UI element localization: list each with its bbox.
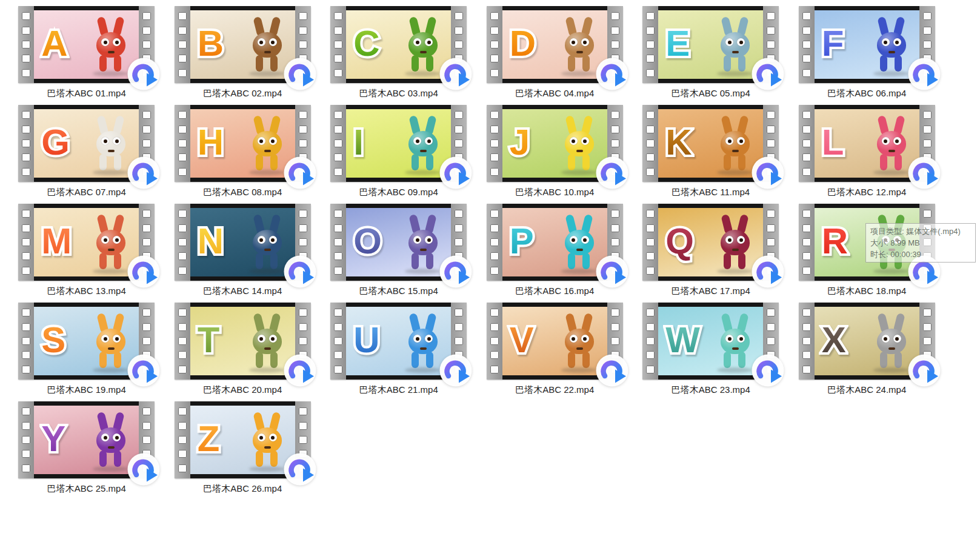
video-thumbnail[interactable]: S S xyxy=(18,303,155,380)
player-overlay-icon[interactable] xyxy=(439,57,473,91)
video-thumbnail[interactable]: D D xyxy=(487,6,623,83)
file-name[interactable]: 巴塔木ABC 13.mp4 xyxy=(47,286,126,297)
video-thumbnail[interactable]: L L xyxy=(799,105,935,182)
file-name[interactable]: 巴塔木ABC 17.mp4 xyxy=(672,286,750,297)
video-file-item[interactable]: O O 巴塔木ABC 15.mp4 xyxy=(321,204,477,303)
player-overlay-icon[interactable] xyxy=(751,353,785,387)
video-file-item[interactable]: C C 巴塔木ABC 03.mp4 xyxy=(321,6,477,105)
player-overlay-icon[interactable] xyxy=(907,57,941,91)
player-overlay-icon[interactable] xyxy=(283,255,317,289)
player-overlay-icon[interactable] xyxy=(907,156,941,190)
player-overlay-icon[interactable] xyxy=(595,353,629,387)
video-thumbnail[interactable]: V V xyxy=(487,303,623,380)
file-name[interactable]: 巴塔木ABC 22.mp4 xyxy=(515,384,594,396)
video-thumbnail[interactable]: O O xyxy=(330,204,467,281)
player-overlay-icon[interactable] xyxy=(595,57,629,91)
video-thumbnail[interactable]: A A xyxy=(18,6,155,83)
player-overlay-icon[interactable] xyxy=(439,353,473,387)
video-file-item[interactable]: F F 巴塔木ABC 06.mp4 xyxy=(789,6,945,105)
video-thumbnail[interactable]: C C xyxy=(330,6,467,83)
file-name[interactable]: 巴塔木ABC 16.mp4 xyxy=(515,286,594,297)
file-name[interactable]: 巴塔木ABC 25.mp4 xyxy=(47,483,126,495)
file-name[interactable]: 巴塔木ABC 01.mp4 xyxy=(47,88,126,99)
video-file-item[interactable]: Y Y 巴塔木ABC 25.mp4 xyxy=(8,401,165,500)
video-thumbnail[interactable]: U U xyxy=(330,303,467,380)
file-name[interactable]: 巴塔木ABC 06.mp4 xyxy=(827,88,906,99)
video-thumbnail[interactable]: B B xyxy=(175,6,311,83)
file-name[interactable]: 巴塔木ABC 21.mp4 xyxy=(359,384,438,396)
video-thumbnail[interactable]: T T xyxy=(175,303,311,380)
video-thumbnail[interactable]: M M xyxy=(18,204,155,281)
player-overlay-icon[interactable] xyxy=(751,57,785,91)
video-thumbnail[interactable]: G G xyxy=(18,105,155,182)
video-thumbnail[interactable]: Y Y xyxy=(18,401,155,478)
video-thumbnail[interactable]: X X xyxy=(799,303,935,380)
file-name[interactable]: 巴塔木ABC 14.mp4 xyxy=(203,286,282,297)
video-thumbnail[interactable]: Z Z xyxy=(175,401,311,478)
file-name[interactable]: 巴塔木ABC 10.mp4 xyxy=(515,187,594,198)
file-name[interactable]: 巴塔木ABC 24.mp4 xyxy=(827,384,906,396)
video-file-item[interactable]: B B 巴塔木ABC 02.mp4 xyxy=(165,6,321,105)
file-name[interactable]: 巴塔木ABC 18.mp4 xyxy=(827,286,906,297)
video-file-item[interactable]: I I 巴塔木ABC 09.mp4 xyxy=(321,105,477,204)
file-name[interactable]: 巴塔木ABC 04.mp4 xyxy=(515,88,594,99)
player-overlay-icon[interactable] xyxy=(283,156,317,190)
player-overlay-icon[interactable] xyxy=(595,156,629,190)
file-name[interactable]: 巴塔木ABC 26.mp4 xyxy=(203,483,282,495)
video-thumbnail[interactable]: K K xyxy=(642,105,779,182)
player-overlay-icon[interactable] xyxy=(127,156,161,190)
video-file-item[interactable]: G G 巴塔木ABC 07.mp4 xyxy=(8,105,165,204)
video-file-item[interactable]: V V 巴塔木ABC 22.mp4 xyxy=(477,303,633,401)
player-overlay-icon[interactable] xyxy=(283,353,317,387)
player-overlay-icon[interactable] xyxy=(595,255,629,289)
video-thumbnail[interactable]: J J xyxy=(487,105,623,182)
video-file-item[interactable]: W W 巴塔木ABC 23.mp4 xyxy=(633,303,789,401)
player-overlay-icon[interactable] xyxy=(751,255,785,289)
video-thumbnail[interactable]: Q Q xyxy=(642,204,779,281)
player-overlay-icon[interactable] xyxy=(127,255,161,289)
video-thumbnail[interactable]: P P xyxy=(487,204,623,281)
video-file-item[interactable]: H H 巴塔木ABC 08.mp4 xyxy=(165,105,321,204)
file-name[interactable]: 巴塔木ABC 15.mp4 xyxy=(359,286,438,297)
file-name[interactable]: 巴塔木ABC 09.mp4 xyxy=(359,187,438,198)
video-file-item[interactable]: S S 巴塔木ABC 19.mp4 xyxy=(8,303,165,401)
file-name[interactable]: 巴塔木ABC 12.mp4 xyxy=(827,187,906,198)
video-thumbnail[interactable]: E E xyxy=(642,6,779,83)
video-file-item[interactable]: Q Q 巴塔木ABC 17.mp4 xyxy=(633,204,789,303)
player-overlay-icon[interactable] xyxy=(283,57,317,91)
file-name[interactable]: 巴塔木ABC 23.mp4 xyxy=(672,384,750,396)
video-file-item[interactable]: K K 巴塔木ABC 11.mp4 xyxy=(633,105,789,204)
file-name[interactable]: 巴塔木ABC 02.mp4 xyxy=(203,88,282,99)
player-overlay-icon[interactable] xyxy=(127,353,161,387)
video-file-item[interactable]: T T 巴塔木ABC 20.mp4 xyxy=(165,303,321,401)
player-overlay-icon[interactable] xyxy=(751,156,785,190)
player-overlay-icon[interactable] xyxy=(127,57,161,91)
video-file-item[interactable]: N N 巴塔木ABC 14.mp4 xyxy=(165,204,321,303)
video-file-item[interactable]: L L 巴塔木ABC 12.mp4 xyxy=(789,105,945,204)
video-file-item[interactable]: D D 巴塔木ABC 04.mp4 xyxy=(477,6,633,105)
video-file-item[interactable]: U U 巴塔木ABC 21.mp4 xyxy=(321,303,477,401)
video-file-item[interactable]: P P 巴塔木ABC 16.mp4 xyxy=(477,204,633,303)
video-file-item[interactable]: X X 巴塔木ABC 24.mp4 xyxy=(789,303,945,401)
video-thumbnail[interactable]: H H xyxy=(175,105,311,182)
video-thumbnail[interactable]: F F xyxy=(799,6,935,83)
file-name[interactable]: 巴塔木ABC 03.mp4 xyxy=(359,88,438,99)
file-name[interactable]: 巴塔木ABC 11.mp4 xyxy=(672,187,750,198)
video-file-item[interactable]: M M 巴塔木ABC 13.mp4 xyxy=(8,204,165,303)
video-file-item[interactable]: A A 巴塔木ABC 01.mp4 xyxy=(8,6,165,105)
player-overlay-icon[interactable] xyxy=(907,353,941,387)
video-thumbnail[interactable]: W W xyxy=(642,303,779,380)
video-thumbnail[interactable]: I I xyxy=(330,105,467,182)
player-overlay-icon[interactable] xyxy=(283,452,317,486)
player-overlay-icon[interactable] xyxy=(439,156,473,190)
file-name[interactable]: 巴塔木ABC 05.mp4 xyxy=(672,88,750,99)
file-name[interactable]: 巴塔木ABC 20.mp4 xyxy=(203,384,282,396)
file-name[interactable]: 巴塔木ABC 07.mp4 xyxy=(47,187,126,198)
video-file-item[interactable]: E E 巴塔木ABC 05.mp4 xyxy=(633,6,789,105)
video-thumbnail[interactable]: N N xyxy=(175,204,311,281)
video-file-item[interactable]: J J 巴塔木ABC 10.mp4 xyxy=(477,105,633,204)
player-overlay-icon[interactable] xyxy=(127,452,161,486)
file-name[interactable]: 巴塔木ABC 08.mp4 xyxy=(203,187,282,198)
video-file-item[interactable]: Z Z 巴塔木ABC 26.mp4 xyxy=(165,401,321,500)
file-name[interactable]: 巴塔木ABC 19.mp4 xyxy=(47,384,126,396)
